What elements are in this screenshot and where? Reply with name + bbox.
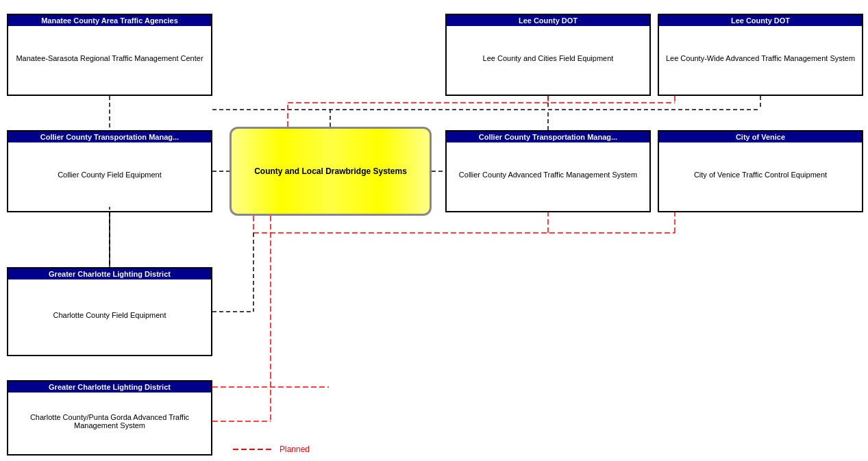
center-node: County and Local Drawbridge Systems [230, 127, 432, 216]
charlotte2-header: Greater Charlotte Lighting District [8, 382, 211, 393]
charlotte1-node: Greater Charlotte Lighting District Char… [7, 267, 212, 356]
charlotte2-body: Charlotte County/Punta Gorda Advanced Tr… [8, 393, 211, 450]
diagram: Manatee County Area Traffic Agencies Man… [0, 0, 868, 461]
venice-body: City of Venice Traffic Control Equipment [659, 142, 862, 207]
venice-node: City of Venice City of Venice Traffic Co… [658, 130, 863, 212]
charlotte1-header: Greater Charlotte Lighting District [8, 269, 211, 279]
venice-header: City of Venice [659, 132, 862, 142]
lee2-header: Lee County DOT [659, 15, 862, 26]
lee2-body: Lee County-Wide Advanced Traffic Managem… [659, 26, 862, 90]
collier2-body: Collier County Advanced Traffic Manageme… [447, 142, 649, 207]
manatee-body: Manatee-Sarasota Regional Traffic Manage… [8, 26, 211, 90]
collier2-header: Collier County Transportation Manag... [447, 132, 649, 142]
planned-line-icon [233, 446, 274, 453]
planned-label: Planned [280, 445, 310, 454]
charlotte2-node: Greater Charlotte Lighting District Char… [7, 380, 212, 456]
lee1-header: Lee County DOT [447, 15, 649, 26]
collier2-node: Collier County Transportation Manag... C… [445, 130, 651, 212]
collier1-node: Collier County Transportation Manag... C… [7, 130, 212, 212]
center-label: County and Local Drawbridge Systems [254, 166, 407, 176]
lee1-body: Lee County and Cities Field Equipment [447, 26, 649, 90]
lee1-node: Lee County DOT Lee County and Cities Fie… [445, 14, 651, 96]
manatee-node: Manatee County Area Traffic Agencies Man… [7, 14, 212, 96]
charlotte1-body: Charlotte County Field Equipment [8, 279, 211, 351]
lee2-node: Lee County DOT Lee County-Wide Advanced … [658, 14, 863, 96]
collier1-body: Collier County Field Equipment [8, 142, 211, 207]
legend: Planned [233, 445, 310, 454]
collier1-header: Collier County Transportation Manag... [8, 132, 211, 142]
manatee-header: Manatee County Area Traffic Agencies [8, 15, 211, 26]
